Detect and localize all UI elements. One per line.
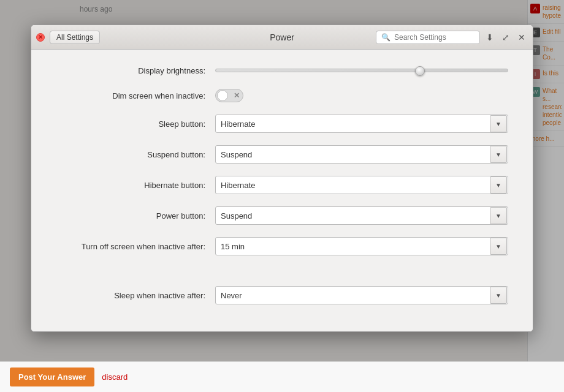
discard-link[interactable]: discard (102, 372, 128, 382)
close-button[interactable]: ✕ (36, 33, 45, 42)
bottom-bar: Post Your Answer discard (0, 361, 564, 392)
turn-off-screen-label: Turn off screen when inactive after: (56, 242, 215, 251)
dim-screen-row: Dim screen when inactive: ✕ (56, 89, 508, 102)
slider-thumb[interactable] (415, 66, 425, 76)
search-box[interactable]: 🔍 (376, 31, 480, 44)
hibernate-button-arrow[interactable]: ▼ (490, 176, 507, 194)
toggle-knob (217, 90, 228, 101)
suspend-button-row: Suspend button: Suspend ▼ (56, 145, 508, 164)
dialog-title: Power (270, 32, 294, 42)
titlebar-right: 🔍 ⬇ ⤢ ✕ (376, 31, 528, 44)
titlebar: ✕ All Settings Power 🔍 ⬇ ⤢ ✕ (31, 25, 533, 50)
sleep-button-dropdown[interactable]: Hibernate ▼ (215, 115, 508, 133)
sleep-inactive-control[interactable]: Never ▼ (215, 286, 508, 304)
power-button-control[interactable]: Suspend ▼ (215, 206, 508, 225)
dim-screen-control: ✕ (215, 89, 508, 102)
hibernate-button-value: Hibernate (221, 181, 490, 190)
turn-off-screen-dropdown[interactable]: 15 min ▼ (215, 237, 508, 255)
sleep-inactive-row: Sleep when inactive after: Never ▼ (56, 286, 508, 304)
hibernate-button-label: Hibernate button: (56, 181, 215, 190)
slider-track (215, 69, 508, 72)
suspend-button-dropdown[interactable]: Suspend ▼ (215, 145, 508, 164)
brightness-control[interactable] (215, 64, 508, 77)
search-icon: 🔍 (381, 33, 391, 42)
sleep-inactive-arrow[interactable]: ▼ (490, 287, 507, 304)
maximize-icon[interactable]: ⤢ (500, 31, 512, 43)
spacer (56, 268, 508, 286)
power-button-label: Power button: (56, 211, 215, 221)
brightness-slider[interactable] (215, 64, 508, 77)
suspend-button-control[interactable]: Suspend ▼ (215, 145, 508, 164)
power-button-row: Power button: Suspend ▼ (56, 206, 508, 225)
power-dialog: ✕ All Settings Power 🔍 ⬇ ⤢ ✕ Display bri… (31, 24, 533, 332)
power-button-dropdown[interactable]: Suspend ▼ (215, 206, 508, 225)
sleep-button-row: Sleep button: Hibernate ▼ (56, 115, 508, 133)
hibernate-button-row: Hibernate button: Hibernate ▼ (56, 176, 508, 194)
sleep-inactive-value: Never (221, 291, 490, 300)
toggle-x-icon: ✕ (234, 91, 240, 100)
toggle-wrapper[interactable]: ✕ (215, 89, 508, 102)
download-icon[interactable]: ⬇ (484, 31, 496, 43)
suspend-button-arrow[interactable]: ▼ (490, 146, 507, 163)
power-button-arrow[interactable]: ▼ (490, 207, 507, 224)
suspend-button-label: Suspend button: (56, 150, 215, 159)
dim-screen-label: Dim screen when inactive: (56, 91, 215, 100)
sleep-button-value: Hibernate (221, 119, 490, 129)
turn-off-screen-arrow[interactable]: ▼ (490, 238, 507, 255)
sleep-button-control[interactable]: Hibernate ▼ (215, 115, 508, 133)
post-answer-button[interactable]: Post Your Answer (10, 368, 94, 386)
turn-off-screen-control[interactable]: 15 min ▼ (215, 237, 508, 255)
sleep-inactive-dropdown[interactable]: Never ▼ (215, 286, 508, 304)
power-button-value: Suspend (221, 211, 490, 221)
hibernate-button-control[interactable]: Hibernate ▼ (215, 176, 508, 194)
sleep-button-arrow[interactable]: ▼ (490, 115, 507, 132)
sleep-button-label: Sleep button: (56, 119, 215, 129)
suspend-button-value: Suspend (221, 150, 490, 159)
turn-off-screen-value: 15 min (221, 242, 490, 251)
sleep-inactive-label: Sleep when inactive after: (56, 291, 215, 300)
brightness-row: Display brightness: (56, 64, 508, 77)
dialog-content: Display brightness: Dim screen when inac… (31, 50, 533, 331)
modal-overlay: ✕ All Settings Power 🔍 ⬇ ⤢ ✕ Display bri… (0, 0, 564, 392)
dim-screen-toggle[interactable]: ✕ (215, 89, 243, 102)
window-close-icon[interactable]: ✕ (516, 31, 528, 43)
all-settings-button[interactable]: All Settings (50, 31, 100, 44)
hibernate-button-dropdown[interactable]: Hibernate ▼ (215, 176, 508, 194)
brightness-label: Display brightness: (56, 66, 215, 75)
turn-off-screen-row: Turn off screen when inactive after: 15 … (56, 237, 508, 255)
search-input[interactable] (394, 33, 474, 42)
